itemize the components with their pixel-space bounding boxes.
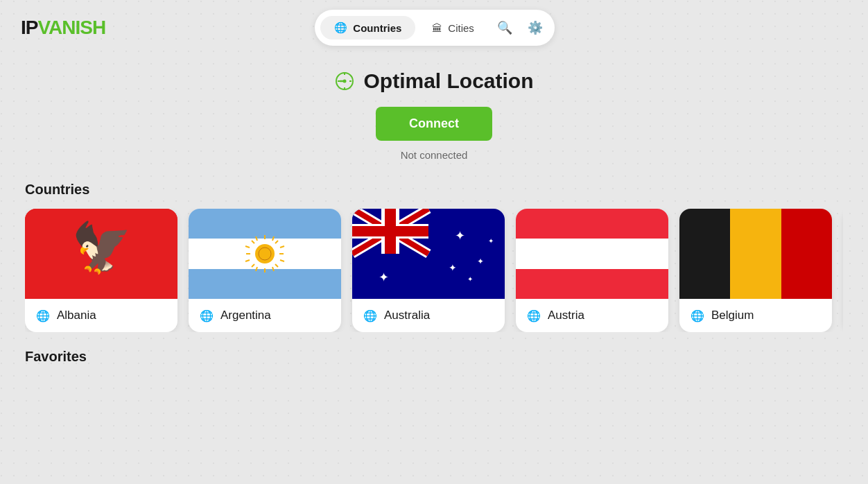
svg-point-6 xyxy=(343,80,347,83)
australia-globe-icon: 🌐 xyxy=(363,309,377,322)
tab-cities[interactable]: 🏛 Cities xyxy=(418,17,488,40)
argentina-name: Argentina xyxy=(220,309,271,322)
flag-austria xyxy=(516,209,668,299)
connection-status: Not connected xyxy=(401,149,468,161)
optimal-location-row: Optimal Location xyxy=(334,69,533,93)
austria-name-row: 🌐 Austria xyxy=(516,299,668,332)
argentina-name-row: 🌐 Argentina xyxy=(189,299,341,332)
argentina-flag-svg xyxy=(189,209,341,299)
cities-nav-icon: 🏛 xyxy=(432,22,442,34)
argentina-globe-icon: 🌐 xyxy=(200,309,214,322)
svg-text:✦: ✦ xyxy=(477,257,484,266)
optimal-location-icon xyxy=(334,71,355,92)
cities-tab-label: Cities xyxy=(448,22,474,34)
header: IPVANISH 🌐 Countries 🏛 Cities 🔍 ⚙️ xyxy=(0,0,868,55)
connect-button[interactable]: Connect xyxy=(376,107,492,141)
austria-name: Austria xyxy=(548,309,584,322)
country-card-belgium[interactable]: 🌐 Belgium xyxy=(679,209,832,332)
svg-point-29 xyxy=(259,248,271,260)
svg-text:✦: ✦ xyxy=(488,237,494,245)
austria-globe-icon: 🌐 xyxy=(527,309,541,322)
svg-rect-49 xyxy=(679,209,730,299)
svg-rect-48 xyxy=(516,269,668,299)
svg-text:🦅: 🦅 xyxy=(71,219,132,277)
flag-argentina xyxy=(189,209,341,299)
albania-name: Albania xyxy=(57,309,96,322)
countries-section-title: Countries xyxy=(25,182,843,198)
favorites-section-title: Favorites xyxy=(25,349,843,365)
main-content: Optimal Location Connect Not connected C… xyxy=(0,55,868,376)
logo: IPVANISH xyxy=(21,17,105,39)
svg-rect-39 xyxy=(352,226,428,236)
countries-section: Countries 🦅 🌐 Albania xyxy=(0,182,868,332)
flag-australia: ✦ ✦ ✦ ✦ ✦ ✦ xyxy=(352,209,505,299)
svg-text:✦: ✦ xyxy=(449,262,457,273)
favorites-section: Favorites xyxy=(0,349,868,376)
svg-rect-47 xyxy=(516,239,668,269)
nav-bar: 🌐 Countries 🏛 Cities 🔍 ⚙️ xyxy=(315,10,555,46)
search-button[interactable]: 🔍 xyxy=(491,14,519,42)
logo-ip: IP xyxy=(21,17,37,39)
australia-name-row: 🌐 Australia xyxy=(352,299,505,332)
logo-vanish: VANISH xyxy=(37,17,105,39)
albania-name-row: 🌐 Albania xyxy=(25,299,177,332)
svg-text:✦: ✦ xyxy=(467,275,473,283)
svg-text:✦: ✦ xyxy=(455,229,465,243)
svg-rect-11 xyxy=(189,269,341,299)
belgium-globe-icon: 🌐 xyxy=(691,309,704,322)
tab-countries[interactable]: 🌐 Countries xyxy=(320,16,415,40)
svg-text:✦: ✦ xyxy=(379,270,389,284)
svg-rect-46 xyxy=(516,209,668,239)
settings-button[interactable]: ⚙️ xyxy=(521,14,549,42)
svg-rect-9 xyxy=(189,209,341,239)
albania-flag-svg: 🦅 xyxy=(25,209,177,299)
country-card-austria[interactable]: 🌐 Austria xyxy=(516,209,668,332)
belgium-name-row: 🌐 Belgium xyxy=(679,299,832,332)
search-icon: 🔍 xyxy=(497,20,512,35)
australia-flag-svg: ✦ ✦ ✦ ✦ ✦ ✦ xyxy=(352,209,505,299)
speed-icon-svg xyxy=(334,71,355,92)
flag-belgium xyxy=(679,209,832,299)
countries-tab-label: Countries xyxy=(353,22,401,34)
albania-globe-icon: 🌐 xyxy=(36,309,50,322)
gear-icon: ⚙️ xyxy=(528,20,543,35)
country-cards-row: 🦅 🌐 Albania xyxy=(25,209,843,332)
optimal-location-title: Optimal Location xyxy=(363,69,533,93)
country-card-australia[interactable]: ✦ ✦ ✦ ✦ ✦ ✦ 🌐 Australia xyxy=(352,209,505,332)
austria-flag-svg xyxy=(516,209,668,299)
belgium-flag-svg xyxy=(679,209,832,299)
svg-rect-51 xyxy=(781,209,832,299)
svg-rect-50 xyxy=(730,209,781,299)
australia-name: Australia xyxy=(384,309,430,322)
belgium-name: Belgium xyxy=(711,309,754,322)
flag-albania: 🦅 xyxy=(25,209,177,299)
country-card-argentina[interactable]: 🌐 Argentina xyxy=(189,209,341,332)
country-card-albania[interactable]: 🦅 🌐 Albania xyxy=(25,209,177,332)
globe-nav-icon: 🌐 xyxy=(334,21,347,34)
